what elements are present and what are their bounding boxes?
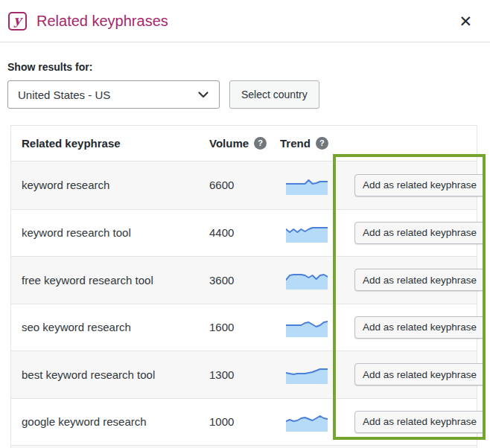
header-volume-label: Volume	[209, 137, 249, 150]
volume-cell: 4400	[209, 226, 280, 239]
modal-header: y Related keyphrases ✕	[0, 0, 490, 42]
add-related-keyphrase-button[interactable]: Add as related keyphrase	[354, 222, 485, 244]
select-country-button[interactable]: Select country	[229, 80, 319, 109]
controls-row: United States - US Select country	[7, 80, 490, 109]
volume-cell: 1600	[209, 321, 280, 333]
trend-sparkline	[286, 223, 328, 243]
keyphrase-cell: free keyword research tool	[11, 274, 209, 287]
country-dropdown-value: United States - US	[18, 89, 197, 101]
volume-cell: 3600	[209, 274, 280, 287]
table-row: seo keyword research 1600 Add as related…	[11, 304, 477, 351]
table-row: free keyword research tool 3600 Add as r…	[11, 256, 477, 304]
related-keyphrases-modal: y Related keyphrases ✕ Show results for:…	[0, 0, 490, 448]
trend-sparkline	[286, 270, 328, 289]
trend-sparkline	[286, 412, 328, 432]
volume-help-icon[interactable]: ?	[254, 137, 267, 150]
add-related-keyphrase-button[interactable]: Add as related keyphrase	[354, 411, 485, 433]
add-related-keyphrase-button[interactable]: Add as related keyphrase	[354, 363, 485, 385]
table-row: google keyword research 1000 Add as rela…	[11, 398, 477, 446]
trend-sparkline	[286, 176, 328, 195]
keyphrase-cell: keyword research tool	[11, 226, 209, 239]
table-row-partial	[11, 445, 477, 448]
yoast-logo-letter: y	[14, 14, 22, 27]
add-related-keyphrase-button[interactable]: Add as related keyphrase	[354, 316, 485, 339]
table-row: best keyword research tool 1300 Add as r…	[11, 351, 477, 398]
chevron-down-icon	[197, 89, 209, 100]
header-volume: Volume ?	[209, 137, 280, 150]
trend-sparkline	[286, 318, 328, 337]
table-header-row: Related keyphrase Volume ? Trend ?	[11, 126, 477, 161]
header-trend: Trend ?	[280, 137, 344, 150]
close-icon[interactable]: ✕	[454, 10, 477, 32]
show-results-label: Show results for:	[7, 61, 490, 73]
country-dropdown[interactable]: United States - US	[7, 80, 220, 109]
header-keyphrase: Related keyphrase	[11, 137, 209, 150]
keyphrase-cell: best keyword research tool	[11, 368, 209, 381]
table-row: keyword research 6600 Add as related key…	[11, 161, 477, 209]
modal-title: Related keyphrases	[36, 13, 168, 30]
keyphrase-cell: seo keyword research	[11, 321, 209, 333]
keyphrase-cell: keyword research	[11, 179, 209, 191]
table-row: keyword research tool 4400 Add as relate…	[11, 209, 477, 257]
volume-cell: 6600	[209, 179, 280, 191]
trend-help-icon[interactable]: ?	[316, 137, 328, 150]
add-related-keyphrase-button[interactable]: Add as related keyphrase	[354, 269, 485, 291]
keyphrase-cell: google keyword research	[11, 415, 209, 428]
yoast-logo-icon: y	[8, 12, 27, 31]
related-keyphrases-table: Related keyphrase Volume ? Trend ? keywo…	[10, 125, 477, 448]
add-related-keyphrase-button[interactable]: Add as related keyphrase	[354, 174, 485, 196]
volume-cell: 1300	[209, 368, 280, 381]
trend-sparkline	[286, 365, 328, 384]
header-trend-label: Trend	[280, 137, 311, 150]
volume-cell: 1000	[209, 415, 280, 428]
